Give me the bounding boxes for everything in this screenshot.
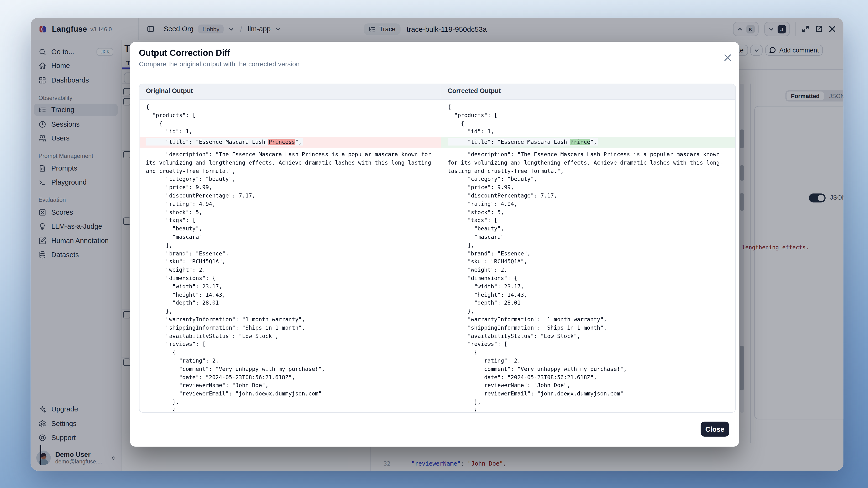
- removed-word: Princess: [269, 139, 295, 145]
- original-json-post: "description": "The Essence Mascara Lash…: [139, 151, 440, 413]
- modal-subtitle: Compare the original output with the cor…: [139, 60, 300, 68]
- corrected-json-post: "description": "The Essence Mascara Lash…: [441, 151, 735, 413]
- screen: Langfuse v3.146.0 Seed Org Hobby / llm-a…: [0, 0, 868, 488]
- output-correction-diff-modal: Output Correction Diff Compare the origi…: [130, 42, 739, 447]
- removed-line: "title": "Essence Mascara Lash Princess"…: [139, 137, 440, 148]
- diff-viewer: Original Output Corrected Output { "prod…: [138, 84, 736, 413]
- close-button[interactable]: Close: [701, 422, 729, 437]
- corrected-output-header: Corrected Output: [440, 84, 735, 99]
- diff-header-row: Original Output Corrected Output: [139, 84, 735, 100]
- original-json-pre: { "products": [ { "id": 1,: [139, 103, 440, 136]
- original-output-header: Original Output: [139, 84, 440, 99]
- modal-close-icon[interactable]: [724, 54, 731, 61]
- diff-body: { "products": [ { "id": 1, "title": "Ess…: [139, 100, 735, 413]
- original-output-column[interactable]: { "products": [ { "id": 1, "title": "Ess…: [139, 100, 440, 413]
- corrected-json-pre: { "products": [ { "id": 1,: [441, 103, 735, 136]
- corrected-output-column[interactable]: { "products": [ { "id": 1, "title": "Ess…: [440, 100, 735, 413]
- added-word: Prince: [570, 139, 590, 145]
- added-line: "title": "Essence Mascara Lash Prince",: [441, 137, 735, 148]
- modal-title: Output Correction Diff: [139, 48, 230, 58]
